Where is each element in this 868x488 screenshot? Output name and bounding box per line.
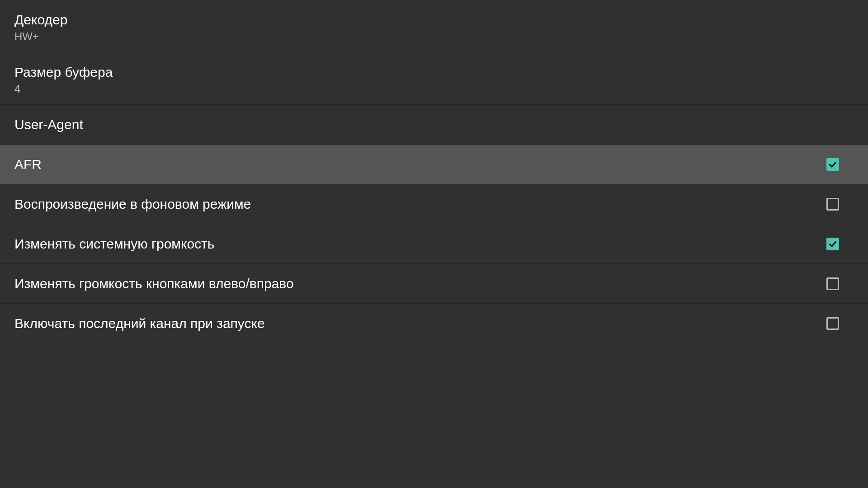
settings-list: Декодер HW+ Размер буфера 4 User-Agent A… — [0, 0, 868, 343]
setting-item-last-channel-on-start[interactable]: Включать последний канал при запуске — [0, 304, 868, 343]
setting-title: User-Agent — [14, 116, 83, 133]
setting-item-decoder[interactable]: Декодер HW+ — [0, 0, 868, 52]
setting-item-afr[interactable]: AFR — [0, 145, 868, 184]
setting-title: Воспроизведение в фоновом режиме — [14, 195, 251, 213]
setting-title: AFR — [14, 155, 42, 173]
checkbox-unchecked-icon[interactable] — [826, 277, 839, 290]
checkbox-checked-icon[interactable] — [826, 158, 839, 171]
checkbox-checked-icon[interactable] — [826, 238, 839, 250]
setting-item-buffer-size[interactable]: Размер буфера 4 — [0, 52, 868, 105]
checkbox-unchecked-icon[interactable] — [826, 317, 839, 330]
setting-title: Изменять системную громкость — [14, 235, 214, 253]
setting-title: Включать последний канал при запуске — [14, 314, 265, 332]
setting-value: HW+ — [14, 30, 39, 43]
setting-item-background-playback[interactable]: Воспроизведение в фоновом режиме — [0, 184, 868, 224]
setting-value: 4 — [14, 83, 20, 95]
setting-title: Размер буфера — [14, 63, 113, 81]
setting-item-system-volume[interactable]: Изменять системную громкость — [0, 224, 868, 264]
setting-title: Декодер — [14, 11, 67, 28]
setting-item-user-agent[interactable]: User-Agent — [0, 105, 868, 145]
setting-title: Изменять громкость кнопками влево/вправо — [14, 275, 294, 292]
setting-item-volume-lr-buttons[interactable]: Изменять громкость кнопками влево/вправо — [0, 264, 868, 304]
checkbox-unchecked-icon[interactable] — [826, 198, 839, 211]
